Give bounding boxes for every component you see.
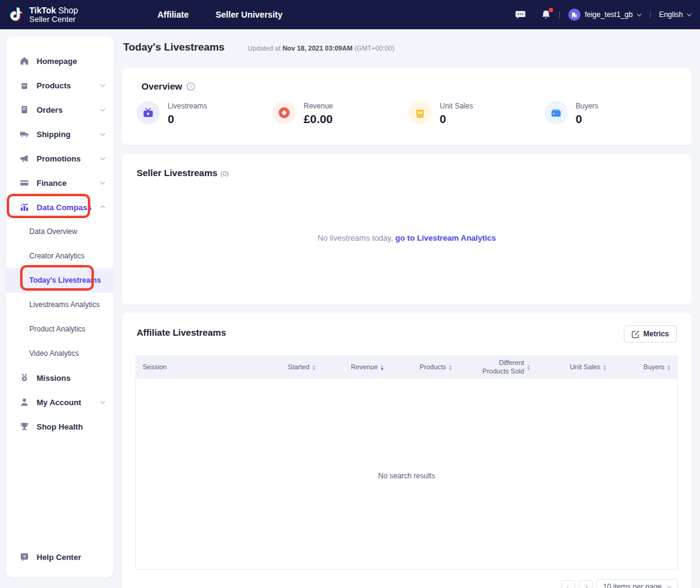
seller-empty-state: No livestreams today, go to Livestream A… (122, 233, 691, 243)
chevron-down-icon (637, 13, 640, 16)
metric-revenue: Revenue £0.00 (273, 100, 409, 126)
missions-icon (20, 373, 29, 383)
sidebar-item-finance[interactable]: Finance (6, 171, 113, 195)
tiktok-seller-center-page: TikTok Shop Seller Center Affiliate Sell… (0, 0, 700, 588)
page-size-select[interactable]: 10 items per page (596, 579, 678, 588)
data-compass-icon (20, 202, 29, 212)
metric-buyers: Buyers 0 (545, 100, 680, 126)
edit-square-icon (632, 330, 640, 338)
seller-livestreams-count: (0) (221, 170, 229, 177)
help-center-icon: ? (20, 552, 29, 562)
chevron-up-icon (101, 205, 104, 209)
sidebar-item-promotions[interactable]: Promotions (6, 146, 113, 171)
go-to-livestream-analytics-link[interactable]: go to Livestream Analytics (395, 233, 496, 243)
metric-livestreams: Livestreams 0 (137, 100, 273, 126)
column-revenue[interactable]: Revenue ▲▼ (316, 363, 384, 372)
overview-metrics: Livestreams 0 Revenue £0.00 (122, 91, 691, 126)
sidebar-subitem-data-overview[interactable]: Data Overview (6, 219, 113, 244)
updated-at: Updated at Nov 18, 2021 03:09AM (GMT+00:… (248, 44, 395, 52)
username: feige_test1_gb (585, 10, 633, 19)
chevron-right-icon (584, 585, 587, 588)
sidebar-item-help-center[interactable]: ? Help Center (6, 545, 113, 569)
overview-card: Overview ? Livestreams 0 (122, 68, 691, 145)
page-title: Today's Livestreams (123, 41, 224, 54)
sidebar-item-homepage[interactable]: Homepage (6, 49, 113, 73)
affiliate-livestreams-title: Affiliate Livestreams (137, 327, 226, 338)
question-circle-icon[interactable]: ? (187, 82, 195, 91)
bell-icon[interactable] (541, 10, 551, 20)
svg-text:?: ? (189, 84, 192, 90)
notification-dot (549, 8, 553, 12)
metric-unit-sales: Unit Sales 0 (409, 100, 545, 126)
column-started[interactable]: Started ▲▼ (249, 363, 316, 372)
sidebar-subitem-livestreams-analytics[interactable]: Livestreams Analytics (6, 292, 113, 317)
affiliate-table: Session Started ▲▼ Revenue ▲▼ Products ▲… (135, 355, 678, 570)
tiktok-shop-logo[interactable]: TikTok Shop Seller Center (9, 5, 78, 24)
sidebar-subitem-todays-livestreams[interactable]: Today's Livestreams (6, 268, 113, 292)
livestream-tv-icon (137, 101, 160, 124)
no-search-results-text: No search results (136, 472, 677, 480)
sidebar: Homepage Products Orders Shipping Promot… (6, 37, 113, 578)
column-buyers[interactable]: Buyers ▲▼ (607, 363, 671, 372)
metrics-button[interactable]: Metrics (624, 325, 677, 342)
tiktok-note-icon (9, 5, 24, 24)
my-account-icon (20, 397, 29, 407)
avatar (568, 9, 580, 21)
orders-icon (20, 105, 29, 115)
page-header: Today's Livestreams Updated at Nov 18, 2… (123, 41, 395, 54)
column-unit-sales[interactable]: Unit Sales ▲▼ (530, 363, 607, 372)
prev-page-button[interactable] (561, 580, 575, 588)
chevron-down-icon (101, 157, 104, 160)
next-page-button[interactable] (579, 580, 593, 588)
chevron-down-icon (101, 181, 104, 185)
unit-sales-bag-icon (409, 101, 432, 124)
affiliate-livestreams-card: Affiliate Livestreams Metrics Session St… (122, 313, 691, 588)
buyers-wallet-icon (545, 101, 568, 124)
topbar-nav: Affiliate Seller University (157, 10, 282, 19)
chevron-down-icon (687, 13, 691, 16)
topbar-right: feige_test1_gb English (515, 0, 691, 29)
sidebar-item-products[interactable]: Products (6, 73, 113, 97)
language-selector[interactable]: English (659, 10, 691, 19)
seller-livestreams-card: Seller Livestreams (0) No livestreams to… (122, 154, 691, 305)
topbar-divider (650, 11, 651, 18)
shop-health-icon (20, 422, 29, 431)
topbar-divider (559, 11, 560, 18)
chevron-down-icon (101, 108, 104, 112)
overview-title: Overview (141, 81, 182, 91)
pagination: 10 items per page (561, 579, 678, 588)
promotions-icon (20, 154, 29, 163)
chevron-left-icon (566, 585, 570, 588)
table-body-empty: No search results (135, 379, 678, 570)
sidebar-subitem-video-analytics[interactable]: Video Analytics (6, 341, 113, 366)
seller-livestreams-title: Seller Livestreams (137, 168, 218, 178)
logo-text: TikTok Shop Seller Center (29, 6, 78, 24)
sidebar-item-missions[interactable]: Missions (6, 366, 113, 390)
table-header-row: Session Started ▲▼ Revenue ▲▼ Products ▲… (135, 355, 678, 379)
column-products[interactable]: Products ▲▼ (384, 363, 452, 372)
home-icon (20, 56, 29, 66)
svg-text:?: ? (23, 554, 26, 559)
nav-affiliate[interactable]: Affiliate (157, 10, 188, 19)
user-menu[interactable]: feige_test1_gb (568, 9, 641, 21)
sidebar-subitem-creator-analytics[interactable]: Creator Analytics (6, 244, 113, 268)
products-icon (20, 80, 29, 90)
chevron-down-icon (101, 83, 104, 87)
sidebar-item-shipping[interactable]: Shipping (6, 122, 113, 146)
main-content: Today's Livestreams Updated at Nov 18, 2… (122, 29, 691, 588)
sidebar-item-shop-health[interactable]: Shop Health (6, 414, 113, 439)
chevron-down-icon (101, 132, 104, 136)
sidebar-item-data-compass[interactable]: Data Compass (6, 195, 113, 219)
language-label: English (659, 10, 683, 19)
column-different-products-sold[interactable]: Different Products Sold ▲▼ (452, 359, 530, 376)
sidebar-subitem-product-analytics[interactable]: Product Analytics (6, 317, 113, 341)
revenue-coin-icon (273, 101, 296, 124)
sidebar-item-orders[interactable]: Orders (6, 97, 113, 122)
sort-icon: ▲▼ (667, 364, 671, 370)
chat-icon[interactable] (515, 10, 526, 19)
column-session: Session (143, 363, 249, 372)
sidebar-item-my-account[interactable]: My Account (6, 390, 113, 414)
shipping-icon (20, 129, 29, 139)
topbar: TikTok Shop Seller Center Affiliate Sell… (0, 0, 700, 29)
nav-seller-university[interactable]: Seller University (216, 10, 283, 19)
